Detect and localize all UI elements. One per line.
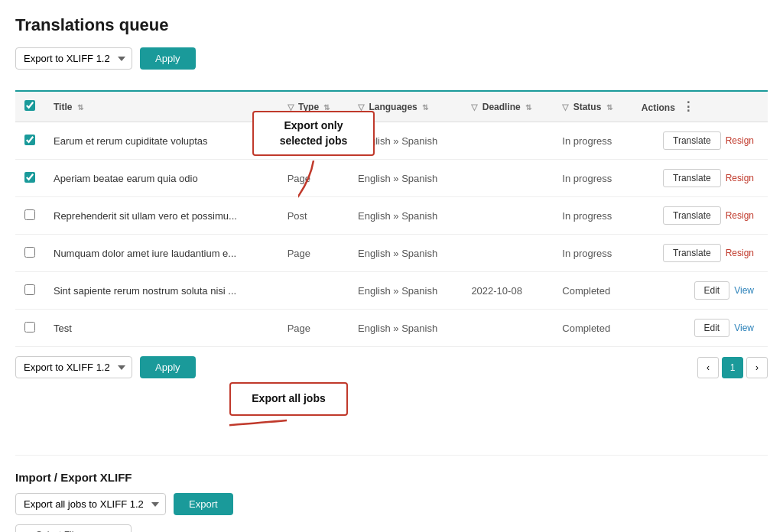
section-divider [15,455,768,456]
row-5-action2-button[interactable]: View [729,282,759,299]
row-5-actions: EditView [632,272,768,310]
actions-header-label: Actions [642,102,675,113]
row-2-action2-button[interactable]: Resign [721,170,759,187]
jobs-table-container: Export only selected jobs Title ⇅ [15,79,768,347]
import-row: ↑ Select File .xliff .zip [15,524,768,532]
row-6-status: Completed [553,310,632,347]
deadline-header-label: Deadline [482,102,521,112]
actions-header: Actions ⋮ [632,91,768,122]
row-1-action2-button[interactable]: Resign [721,132,759,149]
row-6-type: Page [278,310,349,347]
row-2-deadline [462,160,553,197]
row-6-action1-button[interactable]: Edit [694,319,730,337]
row-3-status: In progress [553,197,632,235]
export-all-select[interactable]: Export all jobs to XLIFF 1.2 [15,493,166,515]
title-header-label: Title [54,102,72,112]
row-checkbox-cell[interactable] [15,310,44,347]
bottom-apply-button[interactable]: Apply [140,356,196,378]
row-3-action1-button[interactable]: Translate [663,206,721,225]
bottom-toolbar: Export to XLIFF 1.2 Export to XLIFF 2.0 … [15,356,768,378]
row-4-checkbox[interactable] [24,247,35,258]
row-6-actions: EditView [632,310,768,347]
languages-filter-icon: ▽ [358,102,364,112]
prev-page-button[interactable]: ‹ [697,357,719,378]
type-filter-icon: ▽ [288,102,294,112]
row-checkbox-cell[interactable] [15,160,44,197]
page-title: Translations queue [15,15,768,35]
table-row: TestPageEnglish » SpanishCompletedEditVi… [15,310,768,347]
export-button[interactable]: Export [174,493,233,515]
row-checkbox-cell[interactable] [15,272,44,310]
row-4-action2-button[interactable]: Resign [721,245,759,261]
table-row: Numquam dolor amet iure laudantium e...P… [15,235,768,272]
row-6-checkbox[interactable] [24,322,35,332]
languages-header-label: Languages [369,102,417,112]
table-row: Earum et rerum cupiditate voluptasPageEn… [15,122,768,160]
row-2-languages: English » Spanish [349,160,462,197]
type-sort-icon: ⇅ [323,103,330,112]
table-body: Earum et rerum cupiditate voluptasPageEn… [15,122,768,347]
row-3-checkbox[interactable] [24,209,35,220]
row-1-actions: TranslateResign [632,122,768,160]
row-2-status: In progress [553,160,632,197]
languages-sort-icon: ⇅ [422,103,428,112]
row-3-actions: TranslateResign [632,197,768,235]
pagination: ‹ 1 › [697,357,768,378]
selected-jobs-callout: Export only selected jobs [252,111,375,156]
row-checkbox-cell[interactable] [15,122,44,160]
top-action-select[interactable]: Export to XLIFF 1.2 Export to XLIFF 2.0 [15,47,132,70]
import-export-title: Import / Export XLIFF [15,471,768,484]
row-1-checkbox[interactable] [24,135,35,145]
status-filter-icon: ▽ [562,102,568,112]
row-1-deadline [462,122,553,160]
bottom-action-select[interactable]: Export to XLIFF 1.2 Export to XLIFF 2.0 [15,356,132,378]
row-4-type: Page [278,235,349,272]
title-sort-icon: ⇅ [77,103,83,112]
table-options-icon[interactable]: ⋮ [677,100,699,113]
row-6-deadline [462,310,553,347]
row-5-title: Sint sapiente rerum nostrum soluta nisi … [44,272,278,310]
top-apply-button[interactable]: Apply [140,47,196,70]
all-jobs-annotation-area: Export all jobs [15,378,768,440]
row-4-status: In progress [553,235,632,272]
jobs-table: Title ⇅ ▽ Type ⇅ ▽ Languages ⇅ ▽ Deadlin… [15,90,768,347]
table-row: Aperiam beatae earum quia odioPageEnglis… [15,160,768,197]
row-4-title: Numquam dolor amet iure laudantium e... [44,235,278,272]
row-1-status: In progress [553,122,632,160]
import-export-section: Import / Export XLIFF Export all jobs to… [15,471,768,532]
row-1-action1-button[interactable]: Translate [663,131,721,150]
row-5-checkbox[interactable] [24,284,35,295]
row-2-type: Page [278,160,349,197]
export-row: Export all jobs to XLIFF 1.2 Export [15,493,768,515]
row-3-title: Reprehenderit sit ullam vero et possimu.… [44,197,278,235]
all-jobs-callout: Export all jobs [229,382,348,416]
row-2-title: Aperiam beatae earum quia odio [44,160,278,197]
select-all-cell[interactable] [15,91,44,122]
row-5-deadline: 2022-10-08 [462,272,553,310]
current-page-button[interactable]: 1 [722,357,743,378]
all-jobs-callout-text: Export all jobs [252,392,325,404]
select-file-button[interactable]: ↑ Select File .xliff .zip [15,524,132,532]
row-checkbox-cell[interactable] [15,235,44,272]
deadline-filter-icon: ▽ [471,102,477,112]
row-3-action2-button[interactable]: Resign [721,207,759,224]
status-header: ▽ Status ⇅ [553,91,632,122]
table-row: Sint sapiente rerum nostrum soluta nisi … [15,272,768,310]
next-page-button[interactable]: › [746,357,768,378]
row-2-action1-button[interactable]: Translate [663,169,721,187]
row-4-languages: English » Spanish [349,235,462,272]
row-2-actions: TranslateResign [632,160,768,197]
status-header-label: Status [573,102,602,112]
row-5-languages: English » Spanish [349,272,462,310]
row-3-deadline [462,197,553,235]
row-5-action1-button[interactable]: Edit [694,281,730,300]
row-1-title: Earum et rerum cupiditate voluptas [44,122,278,160]
row-5-status: Completed [553,272,632,310]
row-4-action1-button[interactable]: Translate [663,244,721,262]
row-6-action2-button[interactable]: View [729,320,759,336]
status-sort-icon: ⇅ [606,103,612,112]
select-all-checkbox[interactable] [24,100,35,111]
row-2-checkbox[interactable] [24,172,35,183]
row-checkbox-cell[interactable] [15,197,44,235]
row-6-title: Test [44,310,278,347]
